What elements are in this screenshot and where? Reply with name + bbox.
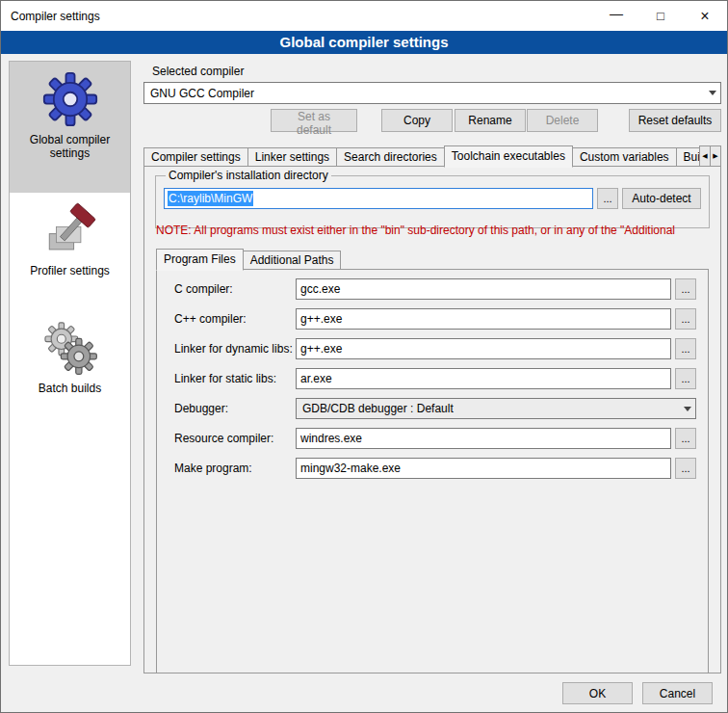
- field-row-static-linker: Linker for static libs: ...: [174, 368, 696, 389]
- c-compiler-label: C compiler:: [174, 282, 296, 296]
- resource-compiler-browse-button[interactable]: ...: [675, 428, 696, 449]
- program-files-panel: C compiler: ... C++ compiler: ... Linker…: [156, 269, 709, 673]
- maximize-icon: □: [657, 9, 664, 23]
- static-linker-label: Linker for static libs:: [174, 372, 296, 385]
- minimize-icon: —: [610, 6, 623, 21]
- tab-program-files[interactable]: Program Files: [156, 249, 244, 271]
- field-row-dynamic-linker: Linker for dynamic libs: ...: [174, 338, 696, 359]
- sidebar-item-label: Global compiler settings: [13, 133, 127, 183]
- install-dir-input[interactable]: C:\raylib\MinGW: [164, 188, 593, 209]
- tab-scroll-right-icon[interactable]: ▶: [710, 145, 721, 167]
- sidebar-item-profiler-settings[interactable]: Profiler settings: [10, 193, 130, 310]
- dynamic-linker-label: Linker for dynamic libs:: [174, 342, 296, 356]
- settings-category-list: Global compiler settings Profiler settin…: [9, 61, 131, 666]
- profiler-hammer-icon: [42, 202, 98, 258]
- minimize-button[interactable]: —: [594, 1, 638, 31]
- rename-button[interactable]: Rename: [455, 109, 526, 132]
- close-icon: ×: [700, 8, 709, 25]
- cancel-button[interactable]: Cancel: [642, 682, 713, 704]
- blue-gear-icon: [42, 71, 98, 127]
- toolchain-executables-panel: Compiler's installation directory C:\ray…: [143, 166, 721, 673]
- dialog-header: Global compiler settings: [1, 31, 727, 54]
- window-title: Compiler settings: [1, 10, 100, 23]
- dynamic-linker-browse-button[interactable]: ...: [675, 338, 696, 359]
- delete-button: Delete: [527, 109, 598, 132]
- field-row-make-program: Make program: ...: [174, 458, 696, 479]
- sidebar-item-batch-builds[interactable]: Batch builds: [10, 310, 130, 428]
- debugger-combo[interactable]: GDB/CDB debugger : Default: [296, 398, 696, 419]
- compiler-tabs: Compiler settings Linker settings Search…: [143, 145, 721, 167]
- sidebar-item-global-compiler-settings[interactable]: Global compiler settings: [10, 62, 130, 193]
- dialog-footer: OK Cancel: [562, 682, 713, 704]
- install-dir-value: C:\raylib\MinGW: [168, 191, 253, 206]
- cpp-compiler-browse-button[interactable]: ...: [675, 308, 696, 330]
- sidebar-item-label: Batch builds: [13, 382, 127, 418]
- installation-directory-legend: Compiler's installation directory: [166, 169, 331, 182]
- tab-toolchain-executables[interactable]: Toolchain executables: [444, 145, 573, 168]
- reset-defaults-button[interactable]: Reset defaults: [629, 109, 721, 132]
- make-program-label: Make program:: [174, 462, 296, 475]
- field-row-c-compiler: C compiler: ...: [174, 278, 696, 300]
- make-program-input[interactable]: [296, 458, 671, 479]
- compiler-settings-window: Compiler settings — □ × Global compiler …: [0, 0, 728, 713]
- window-controls: — □ ×: [594, 1, 727, 31]
- debugger-label: Debugger:: [174, 402, 296, 415]
- tab-linker-settings[interactable]: Linker settings: [247, 147, 337, 167]
- maximize-button[interactable]: □: [638, 1, 683, 31]
- field-row-cpp-compiler: C++ compiler: ...: [174, 308, 696, 330]
- tab-search-directories[interactable]: Search directories: [336, 147, 445, 167]
- autodetect-button[interactable]: Auto-detect: [622, 188, 701, 209]
- copy-button[interactable]: Copy: [381, 109, 453, 132]
- selected-compiler-combo[interactable]: GNU GCC Compiler: [143, 82, 721, 104]
- c-compiler-input[interactable]: [296, 278, 671, 300]
- chevron-down-icon: [684, 407, 691, 411]
- title-bar: Compiler settings — □ ×: [1, 1, 727, 31]
- make-program-browse-button[interactable]: ...: [675, 458, 696, 479]
- tab-build-options[interactable]: Build: [676, 147, 701, 167]
- dynamic-linker-input[interactable]: [296, 338, 671, 359]
- install-dir-browse-button[interactable]: ...: [597, 188, 618, 209]
- c-compiler-browse-button[interactable]: ...: [675, 278, 696, 300]
- static-linker-browse-button[interactable]: ...: [675, 368, 696, 389]
- chevron-down-icon: [709, 91, 716, 95]
- cpp-compiler-input[interactable]: [296, 308, 671, 330]
- program-tabs: Program Files Additional Paths: [156, 248, 709, 270]
- gray-gears-icon: [42, 320, 98, 376]
- field-row-debugger: Debugger: GDB/CDB debugger : Default: [174, 398, 696, 419]
- field-row-resource-compiler: Resource compiler: ...: [174, 428, 696, 449]
- resource-compiler-input[interactable]: [296, 428, 671, 449]
- compiler-actions: Set as default Copy Rename Delete Reset …: [143, 109, 721, 132]
- bin-subdirectory-note: NOTE: All programs must exist either in …: [156, 224, 715, 237]
- cpp-compiler-label: C++ compiler:: [174, 312, 296, 326]
- ok-button[interactable]: OK: [562, 682, 633, 704]
- tab-scroll-buttons: ◀ ▶: [700, 145, 721, 167]
- tab-compiler-settings[interactable]: Compiler settings: [143, 147, 248, 167]
- resource-compiler-label: Resource compiler:: [174, 432, 296, 445]
- debugger-value: GDB/CDB debugger : Default: [302, 402, 680, 415]
- tab-additional-paths[interactable]: Additional Paths: [243, 251, 342, 270]
- tab-custom-variables[interactable]: Custom variables: [572, 147, 677, 167]
- close-button[interactable]: ×: [683, 1, 727, 31]
- set-as-default-button: Set as default: [271, 109, 357, 132]
- installation-directory-group: Compiler's installation directory C:\ray…: [155, 169, 710, 228]
- static-linker-input[interactable]: [296, 368, 671, 389]
- sidebar-item-label: Profiler settings: [13, 264, 127, 301]
- selected-compiler-label: Selected compiler: [152, 65, 244, 78]
- selected-compiler-value: GNU GCC Compiler: [150, 87, 705, 100]
